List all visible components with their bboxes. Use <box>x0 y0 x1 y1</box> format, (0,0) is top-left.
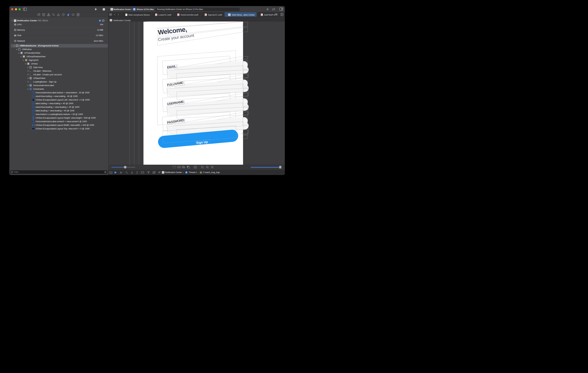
svg-text:B: B <box>30 81 31 83</box>
svg-text:L: L <box>30 70 31 72</box>
svg-text:L: L <box>30 74 31 75</box>
